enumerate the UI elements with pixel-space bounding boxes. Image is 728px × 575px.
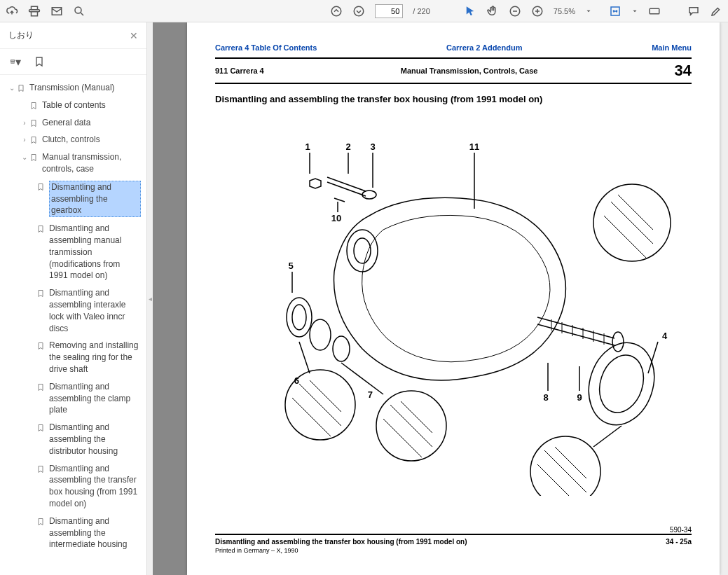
- tree-item-leaf[interactable]: Dismantling and assembling the transfer …: [0, 460, 146, 513]
- tree-item-leaf[interactable]: Dismantling and assembling the clamp pla…: [0, 378, 146, 419]
- svg-point-3: [75, 7, 81, 13]
- svg-point-33: [310, 319, 331, 350]
- svg-line-50: [341, 363, 383, 394]
- tree-label: Transmission (Manual): [29, 82, 141, 94]
- callout-11: 11: [469, 141, 479, 152]
- tree-item-clutch[interactable]: › Clutch, controls: [0, 131, 146, 148]
- keyboard-icon[interactable]: [648, 5, 661, 18]
- tree-item-manual-trans[interactable]: ⌄ Manual transmission, controls, case: [0, 148, 146, 178]
- outline-options-icon[interactable]: ▾: [10, 56, 21, 67]
- svg-point-20: [612, 332, 624, 352]
- bookmark-icon: [36, 182, 45, 192]
- tree-item-leaf[interactable]: Dismantling and assembling the gearbox: [0, 178, 146, 220]
- tree-item-leaf[interactable]: Dismantling and assembling manual tranmi…: [0, 220, 146, 284]
- svg-rect-1: [32, 11, 38, 15]
- mail-icon[interactable]: [50, 5, 63, 18]
- page-title: Dismantling and assembling the transfer …: [215, 94, 692, 104]
- close-icon[interactable]: ✕: [130, 30, 138, 41]
- callout-4: 4: [662, 331, 668, 341]
- tree-label: Dismantling and assembling the distribut…: [49, 422, 141, 457]
- page-number-input[interactable]: [375, 4, 403, 18]
- sidebar-splitter[interactable]: ◂: [147, 22, 153, 575]
- footer-title: Dismantling and assembling the transfer …: [215, 538, 467, 546]
- bookmark-icon: [29, 135, 38, 145]
- link-c4-toc[interactable]: Carrera 4 Table Of Contents: [215, 43, 317, 52]
- main-toolbar: / 220 75.5%: [0, 0, 728, 22]
- document-viewer[interactable]: Carrera 4 Table Of Contents Carrera 2 Ad…: [153, 22, 728, 575]
- bookmark-icon: [36, 341, 45, 351]
- callout-2: 2: [345, 141, 350, 152]
- svg-point-5: [332, 6, 342, 16]
- sign-pen-icon[interactable]: [710, 5, 722, 18]
- bookmark-icon: [36, 517, 45, 527]
- tree-item-toc[interactable]: Table of contents: [0, 97, 146, 114]
- svg-point-35: [347, 230, 378, 272]
- comment-icon[interactable]: [687, 5, 700, 18]
- callout-1: 1: [305, 141, 310, 152]
- tree-label: General data: [42, 117, 141, 129]
- svg-line-54: [593, 426, 621, 447]
- chevron-right-icon[interactable]: ›: [20, 118, 29, 128]
- pan-hand-icon[interactable]: [486, 5, 499, 18]
- fit-width-icon[interactable]: [609, 5, 621, 18]
- tree-item-general[interactable]: › General data: [0, 114, 146, 132]
- tree-item-leaf[interactable]: Dismantling and assembling the intermedi…: [0, 513, 146, 553]
- zoom-level-label[interactable]: 75.5%: [554, 7, 575, 15]
- callout-5: 5: [288, 261, 293, 271]
- bookmark-ribbon-icon[interactable]: [34, 56, 45, 67]
- page-up-icon[interactable]: [330, 5, 343, 18]
- tree-label: Table of contents: [42, 99, 141, 111]
- exploded-diagram: 1 2 3 11 10 5 6 7 8 9 4: [215, 118, 692, 509]
- page-content: Carrera 4 Table Of Contents Carrera 2 Ad…: [187, 22, 720, 575]
- bookmark-icon: [29, 118, 38, 128]
- svg-point-32: [292, 305, 306, 330]
- tree-label: Clutch, controls: [42, 134, 141, 146]
- link-main-menu[interactable]: Main Menu: [652, 43, 692, 52]
- tree-label: Dismantling and assembling manual tranmi…: [49, 223, 141, 282]
- tree-item-root[interactable]: ⌄ Transmission (Manual): [0, 79, 146, 97]
- page-down-icon[interactable]: [352, 5, 365, 18]
- chevron-down-icon[interactable]: ⌄: [20, 153, 29, 162]
- svg-point-40: [530, 436, 600, 496]
- zoom-in-icon[interactable]: [531, 5, 544, 18]
- tree-item-leaf[interactable]: Dismantling and assembling interaxle loc…: [0, 284, 146, 337]
- svg-point-29: [362, 190, 376, 199]
- callout-10: 10: [331, 213, 341, 223]
- svg-point-6: [355, 6, 364, 16]
- chevron-left-icon: ◂: [149, 295, 152, 303]
- bookmark-icon: [36, 382, 45, 392]
- tree-item-leaf[interactable]: Dismantling and assembling the distribut…: [0, 419, 146, 459]
- footer-page-number: 34 - 25a: [666, 538, 692, 546]
- zoom-out-icon[interactable]: [509, 5, 521, 18]
- svg-point-34: [333, 336, 350, 361]
- header-section: Manual Transmission, Controls, Case: [264, 67, 675, 75]
- callout-9: 9: [577, 392, 582, 403]
- figure-number: 590-34: [215, 526, 692, 534]
- footer-print-info: Printed in Germany – X, 1990: [215, 547, 692, 554]
- bookmark-icon: [36, 423, 45, 433]
- link-c2-addendum[interactable]: Carrera 2 Addendum: [446, 43, 522, 52]
- bookmark-icon: [36, 289, 45, 298]
- tree-label: Dismantling and assembling the clamp pla…: [49, 381, 141, 416]
- callout-6: 6: [294, 375, 299, 386]
- chevron-down-icon[interactable]: ⌄: [7, 83, 17, 93]
- select-tool-icon[interactable]: [464, 5, 476, 18]
- print-icon[interactable]: [28, 5, 41, 18]
- callout-3: 3: [370, 141, 375, 152]
- tree-label: Removing and installing the sealing ring…: [49, 340, 141, 375]
- bookmark-icon: [36, 224, 45, 234]
- chevron-down-icon[interactable]: [631, 5, 638, 18]
- upload-cloud-icon[interactable]: [6, 5, 18, 18]
- chevron-down-icon[interactable]: [585, 5, 592, 18]
- chevron-right-icon[interactable]: ›: [20, 135, 29, 145]
- sidebar-title: しおり: [8, 29, 34, 41]
- bookmarks-sidebar: しおり ✕ ▾ ⌄ Transmission (Manual) Table of…: [0, 22, 147, 575]
- search-icon[interactable]: [73, 5, 85, 18]
- tree-item-leaf[interactable]: Removing and installing the sealing ring…: [0, 337, 146, 377]
- tree-label: Dismantling and assembling the intermedi…: [49, 515, 141, 550]
- bookmark-icon: [36, 464, 45, 474]
- vertical-scrollbar[interactable]: [720, 22, 728, 575]
- tree-label: Dismantling and assembling the transfer …: [49, 463, 141, 510]
- tree-label: Manual transmission, controls, case: [42, 151, 141, 175]
- svg-line-49: [299, 342, 310, 373]
